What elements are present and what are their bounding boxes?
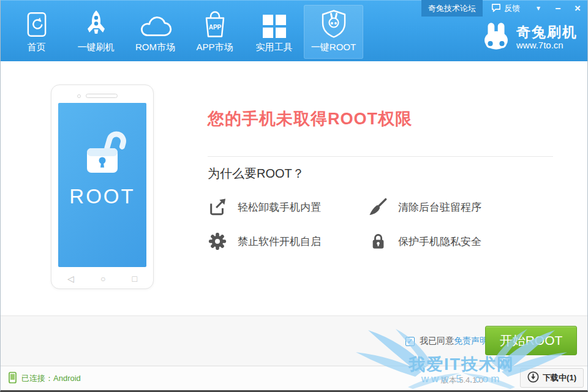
shield-rabbit-icon <box>320 7 347 42</box>
main-content: ROOT ◁ ○ □ 您的手机未取得ROOT权限 为什么要ROOT？ 轻松卸载手… <box>1 61 587 315</box>
start-root-button[interactable]: 开始ROOT <box>485 326 577 355</box>
tab-tools[interactable]: 实用工具 <box>244 5 304 59</box>
android-recent-icon: □ <box>132 274 137 284</box>
broom-icon <box>368 198 388 216</box>
uninstall-icon <box>208 198 227 216</box>
android-back-icon: ◁ <box>67 274 74 284</box>
version-label: 版本:5.4.1.0 <box>441 375 483 386</box>
phone-illustration: ROOT ◁ ○ □ <box>51 85 154 289</box>
rabbit-logo-icon <box>482 22 510 53</box>
connection-status: 已连接：Android <box>9 372 81 385</box>
app-window: 首页 一键刷机 ROM市场 APP APP市场 <box>0 0 588 392</box>
grid-squares-icon <box>263 7 286 42</box>
why-root-heading: 为什么要ROOT？ <box>208 165 304 182</box>
tab-label: 首页 <box>28 42 46 53</box>
tab-label: 一键刷机 <box>78 42 115 53</box>
feature-item: 清除后台驻留程序 <box>368 190 551 224</box>
app-bag-icon: APP <box>203 7 227 42</box>
lock-icon <box>368 232 388 251</box>
home-phone-refresh-icon <box>27 7 47 42</box>
feedback-button[interactable]: 反馈 <box>483 0 529 17</box>
tab-rom-market[interactable]: ROM市场 <box>126 5 185 59</box>
download-circle-icon <box>527 371 539 385</box>
feature-label: 禁止软件开机自启 <box>238 235 321 249</box>
status-bar: 已连接：Android 版本:5.4.1.0 下载中(1) <box>1 366 587 390</box>
logo-name: 奇兔刷机 <box>516 24 578 40</box>
phone-screen: ROOT <box>58 103 146 267</box>
phone-camera-dot <box>77 94 81 98</box>
tab-label: APP市场 <box>196 42 233 53</box>
window-controls: 奇兔技术论坛 反馈 ▼ – × <box>421 0 587 17</box>
feature-list: 轻松卸载手机内置 清除后台驻留程序 禁止软件开机自启 保护手机隐私安全 <box>208 190 551 258</box>
feature-label: 保护手机隐私安全 <box>398 235 481 249</box>
header: 首页 一键刷机 ROM市场 APP APP市场 <box>1 0 587 61</box>
tab-label: 一键ROOT <box>311 42 356 53</box>
action-bar: ✓ 我已同意免责声明 开始ROOT <box>1 315 587 366</box>
cloud-icon <box>139 7 172 42</box>
chat-bubble-icon <box>491 3 501 14</box>
agree-label: 我已同意免责声明 <box>420 336 488 347</box>
agree-row: ✓ 我已同意免责声明 <box>405 336 488 347</box>
disclaimer-link[interactable]: 免责声明 <box>454 336 488 345</box>
gear-icon <box>208 232 227 251</box>
tab-flash[interactable]: 一键刷机 <box>66 5 126 59</box>
tab-label: 实用工具 <box>256 42 293 53</box>
feature-label: 清除后台驻留程序 <box>398 200 481 214</box>
logo-url: www.7to.cn <box>516 40 578 50</box>
android-home-icon: ○ <box>100 274 105 284</box>
dropdown-menu-button[interactable]: ▼ <box>529 0 548 17</box>
tab-label: ROM市场 <box>135 42 175 53</box>
feature-item: 保护手机隐私安全 <box>368 224 551 258</box>
app-logo: 奇兔刷机 www.7to.cn <box>482 22 578 53</box>
phone-nav-buttons: ◁ ○ □ <box>58 274 147 284</box>
rocket-icon <box>85 7 107 42</box>
page-title: 您的手机未取得ROOT权限 <box>208 108 412 130</box>
connection-text: 已连接：Android <box>21 373 81 384</box>
phone-speaker-slot <box>86 94 118 98</box>
logo-text: 奇兔刷机 www.7to.cn <box>516 24 578 50</box>
agree-checkbox[interactable]: ✓ <box>405 337 415 346</box>
title-divider <box>208 156 553 157</box>
open-padlock-icon <box>77 127 128 179</box>
download-label: 下载中(1) <box>543 372 576 383</box>
svg-text:APP: APP <box>208 24 221 31</box>
feature-label: 轻松卸载手机内置 <box>238 200 321 214</box>
forum-button[interactable]: 奇兔技术论坛 <box>421 0 483 17</box>
close-button[interactable]: × <box>568 0 587 17</box>
green-phone-icon <box>9 372 17 385</box>
tab-home[interactable]: 首页 <box>7 5 66 59</box>
phone-root-label: ROOT <box>69 185 135 208</box>
download-button[interactable]: 下载中(1) <box>520 368 584 388</box>
minimize-button[interactable]: – <box>548 0 568 17</box>
tab-app-market[interactable]: APP APP市场 <box>185 5 244 59</box>
feedback-label: 反馈 <box>504 3 520 14</box>
feature-item: 禁止软件开机自启 <box>208 224 368 258</box>
feature-item: 轻松卸载手机内置 <box>208 190 368 224</box>
tab-one-key-root[interactable]: 一键ROOT <box>304 5 363 59</box>
main-nav: 首页 一键刷机 ROM市场 APP APP市场 <box>7 5 363 59</box>
